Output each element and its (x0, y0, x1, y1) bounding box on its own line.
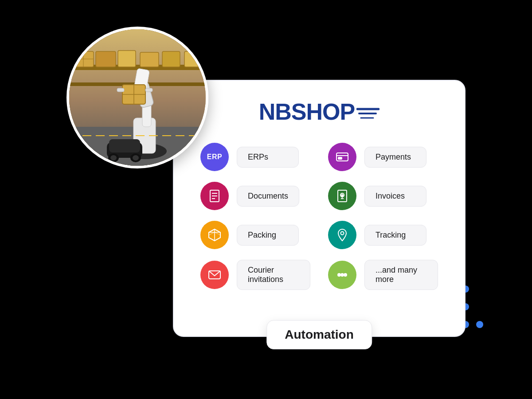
logo-cart-icon (356, 106, 379, 121)
svg-point-50 (338, 274, 340, 276)
packing-icon (200, 221, 229, 249)
svg-rect-21 (117, 88, 124, 92)
courier-icon (200, 261, 229, 289)
svg-rect-22 (145, 88, 153, 92)
item-more[interactable]: ...and many more (328, 260, 438, 290)
svg-rect-6 (96, 51, 116, 67)
features-grid: ERP ERPs Payments (200, 143, 438, 290)
svg-point-52 (344, 274, 347, 276)
tracking-label: Tracking (364, 225, 426, 246)
tracking-icon (328, 221, 356, 249)
automation-badge[interactable]: Automation (266, 320, 372, 349)
logo: NBSHOP (200, 98, 438, 125)
invoices-label: Invoices (364, 186, 426, 207)
svg-line-46 (209, 232, 215, 235)
item-payments[interactable]: Payments (328, 143, 438, 171)
payments-icon (328, 143, 356, 171)
item-documents[interactable]: Documents (200, 182, 310, 210)
payments-label: Payments (364, 147, 426, 168)
courier-label: Courier invitations (237, 260, 310, 290)
svg-point-27 (110, 155, 117, 160)
item-invoices[interactable]: $ Invoices (328, 182, 438, 210)
erp-label: ERPs (237, 147, 299, 168)
svg-rect-35 (338, 157, 342, 159)
packing-label: Packing (237, 225, 299, 246)
automation-label: Automation (285, 328, 354, 341)
item-erp[interactable]: ERP ERPs (200, 143, 310, 171)
svg-point-51 (341, 274, 344, 276)
svg-point-28 (133, 155, 139, 160)
item-tracking[interactable]: Tracking (328, 221, 438, 249)
svg-rect-33 (336, 153, 348, 161)
more-icon (328, 261, 356, 289)
logo-shop: SHOP (291, 99, 355, 125)
more-label: ...and many more (364, 260, 438, 290)
logo-nb: NB (259, 99, 291, 125)
svg-rect-7 (118, 51, 136, 67)
documents-label: Documents (237, 186, 299, 207)
dot (476, 321, 483, 328)
svg-rect-8 (140, 52, 159, 67)
item-packing[interactable]: Packing (200, 221, 310, 249)
invoices-icon: $ (328, 182, 356, 210)
svg-rect-24 (109, 139, 140, 153)
main-card: NBSHOP ERP ERPs (173, 80, 466, 337)
svg-rect-10 (184, 51, 207, 67)
documents-icon (200, 182, 229, 210)
item-courier[interactable]: Courier invitations (200, 260, 310, 290)
robot-image (66, 27, 208, 168)
svg-text:$: $ (341, 194, 343, 198)
svg-line-47 (215, 232, 220, 235)
svg-rect-9 (162, 51, 180, 67)
svg-point-48 (341, 232, 344, 235)
